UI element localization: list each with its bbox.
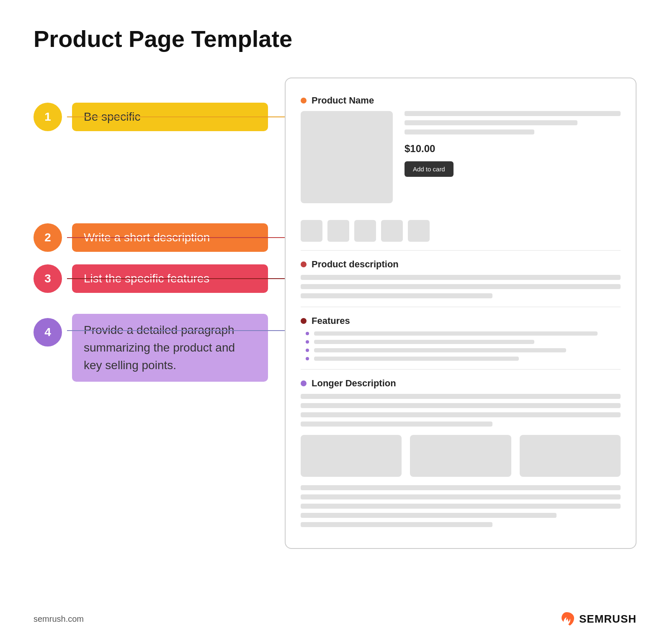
ld-extra-1 (301, 485, 621, 490)
ld-extra-2 (301, 494, 621, 499)
ld-extra-4 (301, 513, 557, 518)
feature-item-4 (306, 357, 621, 361)
info-line-1 (405, 111, 621, 116)
desc-line-1 (301, 275, 621, 280)
ld-extra-lines (301, 485, 621, 527)
product-price: $10.00 (405, 143, 621, 155)
feature-line-3 (314, 348, 566, 352)
longer-desc-label: Longer Description (312, 378, 396, 389)
connector-line-3 (67, 278, 285, 279)
ld-line-1 (301, 394, 621, 399)
longer-desc-image-grid (301, 435, 621, 477)
step-4-badge: 4 (34, 318, 62, 347)
connector-line-1 (67, 116, 285, 117)
thumbnail-4 (381, 220, 403, 242)
feature-line-1 (314, 331, 598, 336)
step-2-row: 2 Write a short description (34, 223, 268, 252)
step-4-box: Provide a detailed paragraph summarizing… (72, 314, 268, 382)
thumbnail-2 (327, 220, 349, 242)
thumbnail-row (301, 220, 621, 242)
product-description-label: Product description (312, 259, 399, 270)
features-label: Features (312, 316, 350, 326)
annotations-panel: 1 Be specific 2 Write a short descriptio… (34, 78, 268, 382)
feature-dot-1 (306, 332, 309, 335)
info-line-3 (405, 129, 534, 134)
product-header: $10.00 Add to card (301, 111, 621, 203)
thumbnail-1 (301, 220, 322, 242)
info-line-2 (405, 120, 577, 125)
features-list (306, 331, 621, 361)
thumbnail-5 (408, 220, 430, 242)
step-3-row: 3 List the specific features (34, 264, 268, 293)
semrush-logo: SEMRUSH (558, 610, 636, 627)
product-main-image (301, 111, 393, 203)
product-mockup: Product Name $10.00 Add to card (285, 78, 636, 549)
product-name-row: Product Name (301, 95, 621, 106)
semrush-brand-name: SEMRUSH (579, 613, 636, 626)
desc-line-2 (301, 284, 621, 289)
feature-line-2 (314, 340, 534, 344)
page-title: Product Page Template (34, 25, 636, 52)
ld-extra-5 (301, 522, 492, 527)
feature-item-3 (306, 348, 621, 352)
product-description-dot (301, 261, 307, 267)
longer-desc-row: Longer Description (301, 378, 621, 389)
ld-line-3 (301, 412, 621, 417)
grid-image-3 (520, 435, 621, 477)
feature-dot-3 (306, 349, 309, 352)
product-description-row: Product description (301, 259, 621, 270)
footer-domain: semrush.com (34, 614, 84, 624)
feature-line-4 (314, 357, 519, 361)
grid-image-1 (301, 435, 402, 477)
longer-desc-dot (301, 380, 307, 386)
add-to-cart-button[interactable]: Add to card (405, 161, 454, 177)
feature-dot-2 (306, 340, 309, 344)
footer: semrush.com SEMRUSH (34, 610, 636, 627)
product-info: $10.00 Add to card (405, 111, 621, 203)
ld-extra-3 (301, 504, 621, 509)
longer-desc-lines (301, 394, 621, 427)
step-3-badge: 3 (34, 264, 62, 293)
step-1-badge: 1 (34, 103, 62, 131)
divider-2 (301, 307, 621, 307)
thumbnail-3 (354, 220, 376, 242)
grid-image-2 (410, 435, 511, 477)
product-name-label: Product Name (312, 95, 374, 106)
divider-3 (301, 369, 621, 370)
feature-item-2 (306, 340, 621, 344)
product-name-dot (301, 98, 307, 103)
step-1-row: 1 Be specific (34, 103, 268, 131)
connector-line-4 (67, 330, 285, 331)
step-4-row: 4 Provide a detailed paragraph summarizi… (34, 314, 268, 382)
feature-dot-4 (306, 357, 309, 360)
features-dot (301, 318, 307, 324)
desc-line-3 (301, 293, 492, 298)
ld-line-4 (301, 422, 492, 427)
connector-line-2 (67, 237, 285, 238)
product-mockup-panel: Product Name $10.00 Add to card (285, 78, 636, 549)
main-layout: 1 Be specific 2 Write a short descriptio… (34, 78, 636, 549)
ld-line-2 (301, 403, 621, 408)
feature-item-1 (306, 331, 621, 336)
features-row: Features (301, 316, 621, 326)
divider-1 (301, 250, 621, 251)
semrush-icon (558, 610, 575, 627)
step-2-badge: 2 (34, 223, 62, 252)
